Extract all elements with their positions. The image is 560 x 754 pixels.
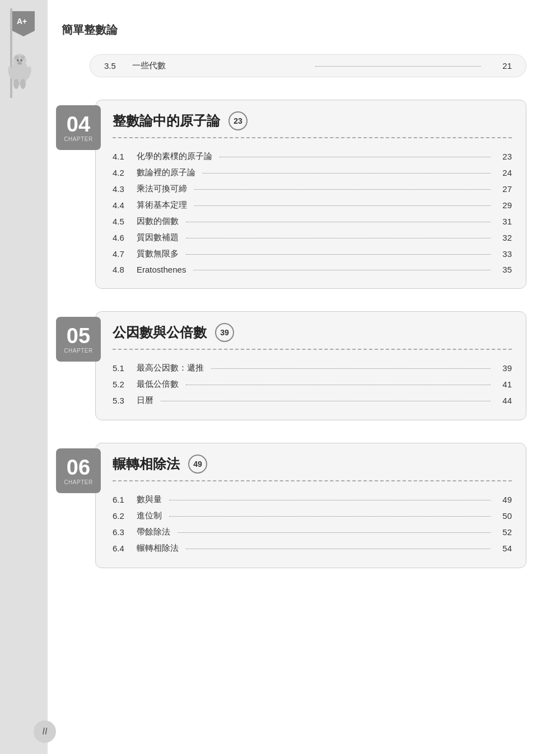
toc-row-53: 5.3 日曆 44 [113, 392, 512, 409]
chapter-04-block: 04 CHAPTER 整數論中的原子論 23 4.1 化學的素樸的原子論 23 … [56, 100, 526, 289]
chapter-06-page-badge: 49 [188, 455, 207, 474]
sec-47-dots [186, 254, 491, 255]
sec-51-title: 最高公因數：遞推 [137, 363, 204, 373]
sec-42-num: 4.2 [113, 168, 132, 177]
sec-45-title: 因數的個數 [137, 216, 179, 227]
toc-row-44: 4.4 算術基本定理 29 [113, 197, 512, 213]
sec-45-page: 31 [498, 217, 512, 226]
sec-63-num: 6.3 [113, 527, 132, 537]
chapter-05-page-badge: 39 [215, 323, 234, 342]
chapter-06-content: 輾轉相除法 49 6.1 數與量 49 6.2 進位制 50 6.3 帶餘除法 … [95, 443, 526, 568]
chapter-05-content: 公因數與公倍數 39 5.1 最高公因數：遞推 39 5.2 最低公倍數 41 … [95, 311, 526, 420]
toc-row-64: 6.4 輾轉相除法 54 [113, 540, 512, 556]
section-35-dots [315, 66, 482, 67]
toc-row-51: 5.1 最高公因數：遞推 39 [113, 360, 512, 376]
chapter-06-badge: 06 CHAPTER [56, 448, 101, 493]
sec-41-dots [220, 157, 491, 157]
chapter-05-label: CHAPTER [64, 348, 92, 354]
sec-48-title: Eratosthenes [137, 265, 186, 274]
sec-63-page: 52 [498, 527, 512, 537]
chapter-04-page-badge: 23 [228, 111, 248, 130]
sec-42-title: 數論裡的原子論 [137, 167, 195, 178]
sec-64-page: 54 [498, 544, 512, 553]
sec-53-dots [161, 401, 491, 401]
sec-46-num: 4.6 [113, 233, 132, 242]
sec-52-page: 41 [498, 380, 512, 389]
mascot-flag-svg: A+ [4, 8, 37, 98]
book-title: 簡單整數論 [62, 20, 118, 38]
section-35-row: 3.5 一些代數 21 [90, 54, 526, 77]
section-35-title: 一些代數 [132, 60, 298, 71]
pole [10, 8, 12, 98]
sec-41-num: 4.1 [113, 152, 132, 161]
page-number: II [34, 720, 56, 743]
sec-53-page: 44 [498, 396, 512, 405]
sec-46-title: 質因數補題 [137, 232, 179, 243]
chapter-04-label: CHAPTER [64, 136, 92, 142]
sec-47-num: 4.7 [113, 249, 132, 259]
toc-row-62: 6.2 進位制 50 [113, 508, 512, 524]
sec-43-page: 27 [498, 184, 512, 194]
sec-62-num: 6.2 [113, 511, 132, 521]
sec-53-title: 日曆 [137, 395, 153, 406]
section-35-container: 3.5 一些代數 21 [90, 54, 526, 77]
sec-51-dots [211, 368, 491, 369]
sec-46-dots [186, 238, 491, 238]
chapter-05-block: 05 CHAPTER 公因數與公倍數 39 5.1 最高公因數：遞推 39 5.… [56, 311, 526, 420]
toc-row-52: 5.2 最低公倍數 41 [113, 376, 512, 392]
toc-row-47: 4.7 質數無限多 33 [113, 246, 512, 262]
chapter-05-badge: 05 CHAPTER [56, 317, 101, 362]
mascot-ear-right [20, 55, 25, 60]
chapter-05-title: 公因數與公倍數 [113, 324, 207, 341]
sec-63-dots [178, 532, 491, 533]
sec-45-num: 4.5 [113, 217, 132, 226]
sec-63-title: 帶餘除法 [137, 527, 170, 537]
mascot-head [13, 54, 26, 67]
chapter-04-num: 04 [67, 114, 90, 135]
sec-43-title: 乘法可換可締 [137, 184, 187, 194]
sec-62-title: 進位制 [137, 511, 162, 521]
chapter-04-header: 整數論中的原子論 23 [113, 111, 512, 138]
mascot-ear-left [15, 55, 19, 60]
chapter-06-title: 輾轉相除法 [113, 455, 180, 473]
chapter-06-block: 06 CHAPTER 輾轉相除法 49 6.1 數與量 49 6.2 進位制 5… [56, 443, 526, 568]
flag-container: A+ [4, 8, 37, 100]
toc-row-41: 4.1 化學的素樸的原子論 23 [113, 148, 512, 165]
toc-row-48: 4.8 Eratosthenes 35 [113, 262, 512, 277]
sec-44-title: 算術基本定理 [137, 200, 187, 210]
sec-46-page: 32 [498, 233, 512, 242]
chapter-06-header: 輾轉相除法 49 [113, 455, 512, 481]
sec-44-num: 4.4 [113, 200, 132, 210]
sec-44-page: 29 [498, 200, 512, 210]
sec-64-title: 輾轉相除法 [137, 543, 179, 554]
sec-62-dots [169, 516, 491, 517]
mascot-nose [17, 62, 22, 65]
sec-61-num: 6.1 [113, 495, 132, 504]
chapter-04-content: 整數論中的原子論 23 4.1 化學的素樸的原子論 23 4.2 數論裡的原子論… [95, 100, 526, 289]
sec-41-title: 化學的素樸的原子論 [137, 151, 212, 162]
sec-42-page: 24 [498, 168, 512, 177]
header-area: 簡單整數論 [56, 11, 526, 38]
toc-row-61: 6.1 數與量 49 [113, 491, 512, 508]
sec-45-dots [186, 222, 491, 222]
sec-52-dots [186, 385, 491, 385]
section-35-num: 3.5 [104, 61, 121, 71]
sec-52-num: 5.2 [113, 380, 132, 389]
sec-48-page: 35 [498, 265, 512, 274]
sec-61-title: 數與量 [137, 494, 162, 505]
chapter-05-header: 公因數與公倍數 39 [113, 323, 512, 350]
sec-42-dots [203, 173, 491, 174]
sec-53-num: 5.3 [113, 396, 132, 405]
page-footer: II [34, 720, 56, 743]
sec-48-num: 4.8 [113, 265, 132, 274]
flag-text: A+ [17, 17, 27, 26]
sec-47-page: 33 [498, 249, 512, 259]
sec-43-dots [194, 189, 491, 190]
sec-61-dots [169, 500, 491, 500]
mascot-eye-right [20, 59, 22, 62]
toc-row-42: 4.2 數論裡的原子論 24 [113, 165, 512, 181]
sec-51-page: 39 [498, 363, 512, 373]
content-wrapper: 簡單整數論 3.5 一些代數 21 04 CHAPTER 整數論中的原子論 23… [0, 0, 560, 624]
toc-row-63: 6.3 帶餘除法 52 [113, 524, 512, 540]
chapter-05-num: 05 [67, 325, 90, 346]
